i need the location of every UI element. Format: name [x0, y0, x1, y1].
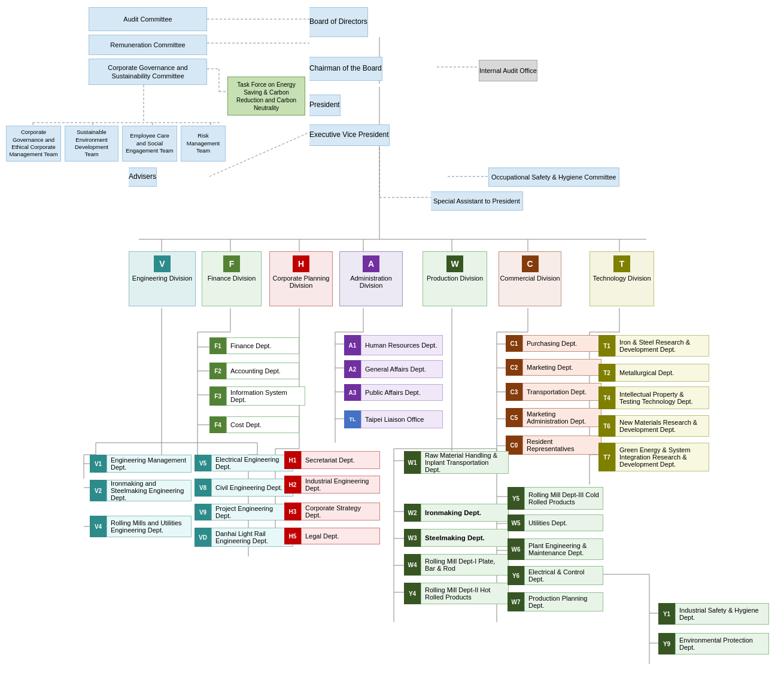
t4-row: T4 Intellectual Property & Testing Techn… [598, 385, 709, 410]
t7-label: Green Energy & System Integration Resear… [615, 443, 709, 471]
w4-row: W4 Rolling Mill Dept-I Plate, Bar & Rod [404, 553, 509, 577]
f3-label: Information System Dept. [226, 386, 305, 406]
f2-badge: F2 [209, 363, 226, 379]
audit-committee-box: Audit Committee [89, 7, 207, 31]
production-division-badge: W [446, 255, 463, 272]
board-label: Board of Directors [309, 7, 368, 37]
vd-badge: VD [195, 528, 211, 547]
v9-label: Project Engineering Dept. [211, 504, 293, 520]
f1-row: F1 Finance Dept. [209, 336, 299, 355]
commercial-division-box: C Commercial Division [499, 251, 561, 306]
h1-row: H1 Secretariat Dept. [284, 450, 380, 470]
w2-badge: W2 [404, 504, 421, 522]
c1-label: Purchasing Dept. [522, 335, 601, 352]
c2-badge: C2 [506, 359, 522, 376]
corp-planning-label: Corporate Planning Division [270, 275, 332, 289]
f1-badge: F1 [209, 337, 226, 354]
remuneration-box: Remuneration Committee [89, 35, 207, 55]
admin-division-box: A Administration Division [339, 251, 403, 306]
w2-row: W2 Ironmaking Dept. [404, 503, 509, 523]
a1-badge: A1 [344, 335, 361, 355]
tl-badge: TL [344, 410, 361, 428]
w3-label: Steelmaking Dept. [421, 529, 509, 547]
commercial-division-label: Commercial Division [500, 275, 560, 282]
t6-label: New Materials Research & Development Dep… [615, 415, 709, 437]
finance-division-badge: F [223, 255, 240, 272]
h5-label: Legal Dept. [301, 528, 380, 544]
vd-label: Danhai Light Rail Engineering Dept. [211, 528, 293, 547]
t1-label: Iron & Steel Research & Development Dept… [615, 335, 709, 357]
v4-row: V4 Rolling Mills and Utilities Engineeri… [90, 515, 192, 538]
v8-row: V8 Civil Engineering Dept. [195, 477, 293, 498]
c2-row: C2 Marketing Dept. [506, 358, 601, 377]
f2-row: F2 Accounting Dept. [209, 361, 299, 380]
engineering-division-badge: V [154, 255, 171, 272]
audit-committee-label: Audit Committee [123, 15, 172, 23]
v1-badge: V1 [90, 455, 107, 473]
y9-row: Y9 Environmental Protection Dept. [658, 632, 769, 656]
corp-gov-label: Corporate Governance and Sustainability … [94, 63, 202, 81]
t1-badge: T1 [598, 335, 615, 357]
occ-safety-container: Occupational Safety & Hygiene Committee … [488, 168, 635, 187]
t6-row: T6 New Materials Research & Development … [598, 414, 709, 438]
w5-row: W5 Utilities Dept. [508, 513, 603, 532]
president-container: P President [309, 95, 442, 116]
f1-label: Finance Dept. [226, 337, 299, 354]
vd-row: VD Danhai Light Rail Engineering Dept. [195, 526, 293, 548]
f4-badge: F4 [209, 416, 226, 433]
y5-badge: Y5 [508, 487, 524, 510]
corp-planning-badge: H [293, 255, 309, 272]
h1-label: Secretariat Dept. [301, 451, 380, 469]
corp-gov-box: Corporate Governance and Sustainability … [89, 59, 207, 85]
y4-label: Rolling Mill Dept-II Hot Rolled Products [421, 583, 509, 604]
v4-label: Rolling Mills and Utilities Engineering … [107, 516, 192, 537]
production-division-label: Production Division [427, 275, 483, 282]
engineering-division-label: Engineering Division [130, 275, 195, 282]
f4-label: Cost Dept. [226, 416, 299, 433]
f3-badge: F3 [209, 386, 226, 406]
w7-label: Production Planning Dept. [524, 592, 603, 611]
commercial-division-badge: C [522, 255, 539, 272]
h5-badge: H5 [284, 528, 301, 544]
h3-row: H3 Corporate Strategy Dept. [284, 501, 380, 522]
occ-safety-label: Occupational Safety & Hygiene Committee [488, 168, 619, 187]
w1-label: Raw Material Handling & Inplant Transpor… [421, 451, 509, 474]
w1-row: W1 Raw Material Handling & Inplant Trans… [404, 450, 509, 475]
advisers-label: Advisers [129, 168, 157, 187]
employee-care-box: Employee Care and Social Engagement Team [122, 126, 177, 162]
chairman-container: B Chairman of the Board [309, 57, 442, 81]
t6-badge: T6 [598, 415, 615, 437]
w1-badge: W1 [404, 451, 421, 474]
t7-row: T7 Green Energy & System Integration Res… [598, 442, 709, 473]
tl-row: TL Taipei Liaison Office [344, 409, 443, 430]
h5-row: H5 Legal Dept. [284, 526, 380, 546]
special-asst-container: SA Special Assistant to President [431, 191, 557, 211]
v9-badge: V9 [195, 504, 211, 520]
internal-audit-container: Internal Audit Office IA [479, 60, 587, 81]
production-division-box: W Production Division [423, 251, 487, 306]
c3-label: Transportation Dept. [522, 383, 601, 401]
a1-row: A1 Human Resources Dept. [344, 334, 443, 357]
c2-label: Marketing Dept. [522, 359, 601, 376]
t2-row: T2 Metallurgical Dept. [598, 363, 709, 383]
sustainable-team-box: Sustainable Environment Development Team [65, 126, 118, 162]
v2-row: V2 Ironmaking and Steelmaking Engineerin… [90, 479, 192, 503]
v1-row: V1 Engineering Management Dept. [90, 453, 192, 474]
c0-row: C0 Resident Representatives [506, 434, 601, 456]
risk-mgmt-box: Risk Management Team [181, 126, 226, 162]
w7-badge: W7 [508, 592, 524, 611]
h3-label: Corporate Strategy Dept. [301, 503, 380, 520]
f2-label: Accounting Dept. [226, 363, 299, 379]
a2-row: A2 General Affairs Dept. [344, 359, 443, 379]
admin-division-label: Administration Division [340, 275, 402, 289]
t2-label: Metallurgical Dept. [615, 364, 709, 382]
v2-badge: V2 [90, 480, 107, 501]
a3-badge: A3 [344, 384, 361, 401]
a1-label: Human Resources Dept. [361, 335, 443, 355]
w7-row: W7 Production Planning Dept. [508, 591, 603, 613]
t2-badge: T2 [598, 364, 615, 382]
internal-audit-label: Internal Audit Office [479, 60, 537, 81]
exec-vp-label: Executive Vice President [309, 124, 390, 146]
risk-mgmt-label: Risk Management Team [184, 132, 223, 154]
y1-badge: Y1 [658, 603, 675, 625]
